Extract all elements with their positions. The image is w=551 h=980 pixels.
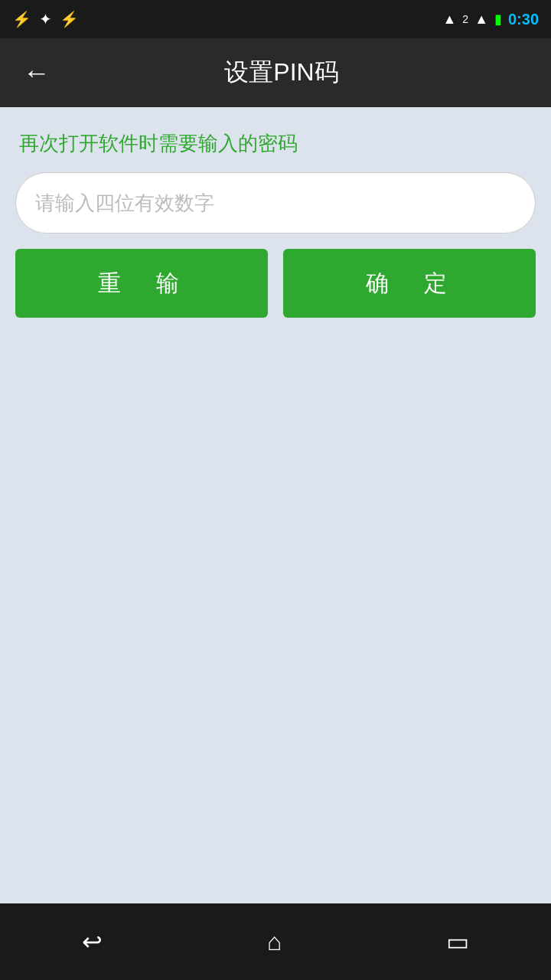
sim-icon: 2 xyxy=(462,13,468,25)
button-row: 重 输 确 定 xyxy=(15,249,536,318)
usb2-icon: ⚡ xyxy=(60,10,79,28)
bottom-recent-button[interactable]: ▭ xyxy=(423,920,492,964)
bottom-bar: ↩ ⌂ ▭ xyxy=(0,903,551,980)
signal-icon: ▲ xyxy=(474,11,488,28)
back-button[interactable]: ← xyxy=(15,49,58,96)
status-time: 0:30 xyxy=(508,11,539,28)
instruction-text: 再次打开软件时需要输入的密码 xyxy=(15,130,536,157)
status-icons-right: ▲ 2 ▲ ▮ 0:30 xyxy=(443,11,539,28)
pin-input[interactable] xyxy=(15,172,536,234)
nav-bar: ← 设置PIN码 xyxy=(0,38,551,107)
status-bar: ⚡ ✦ ⚡ ▲ 2 ▲ ▮ 0:30 xyxy=(0,0,551,38)
status-icons-left: ⚡ ✦ ⚡ xyxy=(12,10,79,28)
confirm-button[interactable]: 确 定 xyxy=(283,249,536,318)
usb1-icon: ⚡ xyxy=(12,10,31,28)
bottom-back-button[interactable]: ↩ xyxy=(59,920,126,964)
wifi-icon: ▲ xyxy=(443,11,457,28)
android-icon: ✦ xyxy=(39,10,52,28)
main-content: 再次打开软件时需要输入的密码 重 输 确 定 xyxy=(0,107,551,903)
bottom-home-button[interactable]: ⌂ xyxy=(244,920,305,964)
battery-icon: ▮ xyxy=(494,11,502,28)
reset-button[interactable]: 重 输 xyxy=(15,249,268,318)
page-title: 设置PIN码 xyxy=(73,56,490,90)
